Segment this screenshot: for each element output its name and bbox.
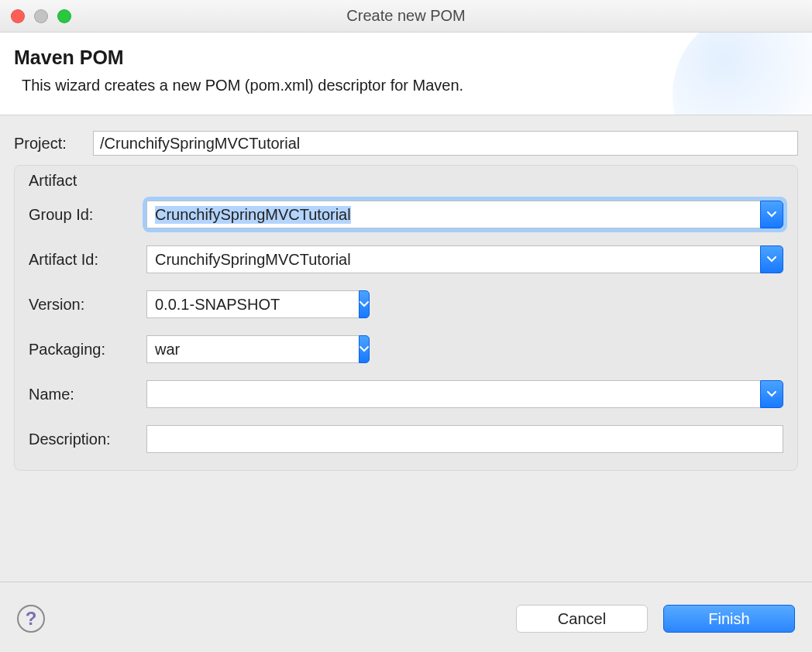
artifact-id-row: Artifact Id: bbox=[29, 245, 783, 273]
finish-button[interactable]: Finish bbox=[663, 605, 795, 633]
help-button[interactable]: ? bbox=[17, 605, 45, 633]
cancel-label: Cancel bbox=[558, 610, 606, 628]
description-input[interactable] bbox=[146, 425, 783, 453]
group-id-label: Group Id: bbox=[29, 206, 146, 224]
name-label: Name: bbox=[29, 386, 146, 403]
group-id-value: CrunchifySpringMVCTutorial bbox=[155, 206, 351, 224]
chevron-down-icon bbox=[767, 391, 776, 397]
group-id-dropdown-button[interactable] bbox=[760, 201, 783, 228]
packaging-dropdown-button[interactable] bbox=[359, 335, 370, 363]
chevron-down-icon bbox=[767, 256, 776, 263]
artifact-id-combo bbox=[146, 245, 783, 273]
name-combo bbox=[146, 380, 783, 408]
minimize-window-button[interactable] bbox=[34, 9, 48, 23]
artifact-fieldset: Artifact Group Id: CrunchifySpringMVCTut… bbox=[14, 165, 798, 471]
artifact-id-label: Artifact Id: bbox=[29, 251, 146, 269]
titlebar: Create new POM bbox=[0, 0, 812, 33]
version-dropdown-button[interactable] bbox=[359, 290, 370, 318]
group-id-combo: CrunchifySpringMVCTutorial bbox=[146, 201, 783, 228]
name-input[interactable] bbox=[146, 380, 760, 408]
chevron-down-icon bbox=[360, 301, 369, 307]
version-label: Version: bbox=[29, 296, 146, 314]
version-combo bbox=[146, 290, 349, 318]
artifact-id-input[interactable] bbox=[146, 245, 760, 273]
artifact-id-dropdown-button[interactable] bbox=[760, 245, 783, 273]
form-content: Project: Artifact Group Id: CrunchifySpr… bbox=[0, 115, 812, 471]
group-id-row: Group Id: CrunchifySpringMVCTutorial bbox=[29, 201, 783, 228]
description-row: Description: bbox=[29, 425, 783, 453]
description-label: Description: bbox=[29, 431, 146, 448]
footer-separator bbox=[0, 582, 812, 582]
help-icon: ? bbox=[26, 608, 37, 630]
header-decoration bbox=[673, 33, 812, 115]
name-row: Name: bbox=[29, 380, 783, 408]
packaging-input[interactable] bbox=[146, 335, 359, 363]
name-dropdown-button[interactable] bbox=[760, 380, 783, 408]
close-window-button[interactable] bbox=[11, 9, 25, 23]
finish-label: Finish bbox=[708, 610, 749, 628]
chevron-down-icon bbox=[767, 211, 776, 218]
window-title: Create new POM bbox=[8, 7, 804, 25]
artifact-legend: Artifact bbox=[29, 166, 783, 201]
footer: ? Cancel Finish bbox=[0, 585, 812, 652]
cancel-button[interactable]: Cancel bbox=[516, 605, 648, 633]
wizard-header: Maven POM This wizard creates a new POM … bbox=[0, 33, 812, 115]
packaging-row: Packaging: bbox=[29, 335, 783, 363]
project-row: Project: bbox=[14, 131, 798, 156]
version-input[interactable] bbox=[146, 290, 359, 318]
window-controls bbox=[11, 9, 71, 23]
packaging-label: Packaging: bbox=[29, 341, 146, 359]
project-input[interactable] bbox=[93, 131, 798, 156]
project-label: Project: bbox=[14, 135, 93, 153]
packaging-combo bbox=[146, 335, 349, 363]
chevron-down-icon bbox=[360, 346, 369, 352]
group-id-input[interactable]: CrunchifySpringMVCTutorial bbox=[146, 201, 760, 228]
maximize-window-button[interactable] bbox=[57, 9, 71, 23]
version-row: Version: bbox=[29, 290, 783, 318]
